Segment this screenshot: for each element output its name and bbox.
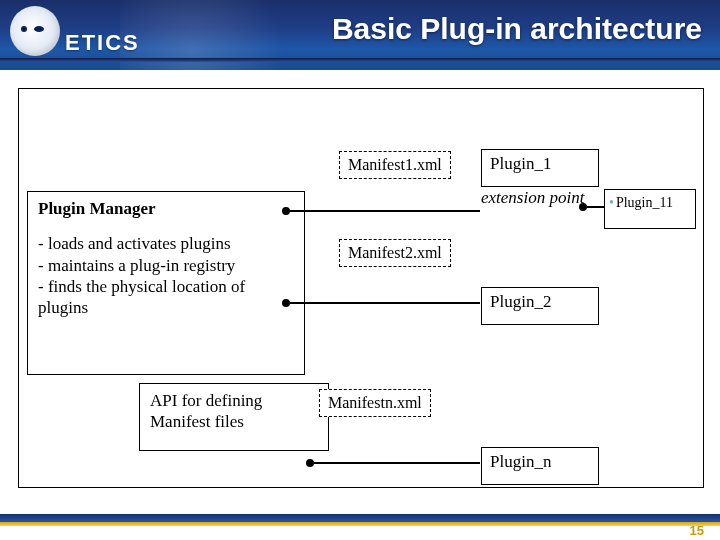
- manifest2-box: Manifest2.xml: [339, 239, 451, 267]
- plugin-manager-line: - loads and activates plugins: [38, 233, 294, 254]
- bullet-icon: •: [609, 194, 614, 212]
- manifestn-box: Manifestn.xml: [319, 389, 431, 417]
- header-banner: ETICS Basic Plug-in architecture: [0, 0, 720, 70]
- footer-bar: [0, 514, 720, 522]
- plugin-manager-line: - maintains a plug-in registry: [38, 255, 294, 276]
- pluginn-box: Plugin_n: [481, 447, 599, 485]
- plugin-manager-box: Plugin Manager - loads and activates plu…: [27, 191, 305, 375]
- page-title: Basic Plug-in architecture: [332, 12, 702, 46]
- manifest1-box: Manifest1.xml: [339, 151, 451, 179]
- api-box: API for defining Manifest files: [139, 383, 329, 451]
- connector-line: [290, 302, 480, 304]
- extension-point-label: extension point: [481, 189, 584, 208]
- page-number: 15: [690, 523, 704, 538]
- diagram-frame: Plugin Manager - loads and activates plu…: [18, 88, 704, 488]
- connector-line: [587, 206, 604, 208]
- connector-dot: [306, 459, 314, 467]
- wordmark: ETICS: [65, 30, 140, 56]
- plugin-manager-line: - finds the physical location of plugins: [38, 276, 294, 319]
- plugin-manager-title: Plugin Manager: [38, 198, 294, 219]
- logo-icon: [10, 6, 60, 56]
- plugin2-box: Plugin_2: [481, 287, 599, 325]
- footer: 15: [0, 518, 720, 540]
- plugin1-box: Plugin_1: [481, 149, 599, 187]
- banner-divider: [0, 58, 720, 62]
- connector-dot: [282, 207, 290, 215]
- plugin11-box: •Plugin_11: [604, 189, 696, 229]
- connector-line: [314, 462, 480, 464]
- connector-dot: [282, 299, 290, 307]
- connector-dot: [579, 203, 587, 211]
- slide: ETICS Basic Plug-in architecture Plugin …: [0, 0, 720, 540]
- footer-accent: [0, 522, 720, 526]
- connector-line: [290, 210, 480, 212]
